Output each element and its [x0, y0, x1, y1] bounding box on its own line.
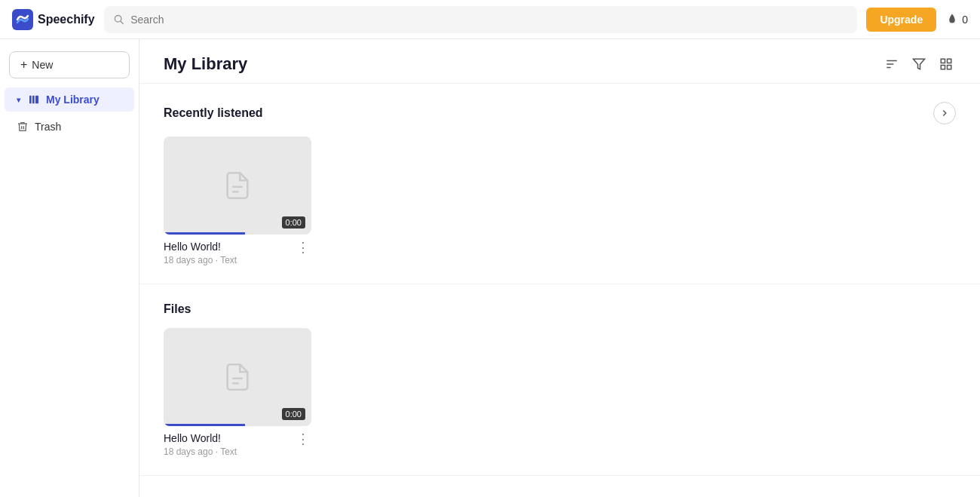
search-icon	[113, 14, 125, 26]
credits-count: 0	[962, 14, 968, 26]
sort-button[interactable]	[882, 54, 902, 74]
svg-rect-2	[29, 96, 32, 104]
section-header-recently-listened: Recently listened	[164, 102, 956, 124]
svg-rect-4	[35, 96, 38, 104]
card-text: Hello World! 18 days ago · Text	[164, 432, 237, 457]
card-text: Hello World! 18 days ago · Text	[164, 241, 237, 265]
sort-icon	[885, 57, 899, 71]
logo-icon	[12, 9, 33, 30]
content-area: My Library	[139, 39, 980, 497]
credits-badge: 0	[945, 13, 968, 26]
main-layout: + New ▾ My Library Trash My Librar	[0, 39, 980, 497]
sidebar-item-my-library[interactable]: ▾ My Library	[5, 87, 134, 112]
content-header: My Library	[139, 39, 980, 84]
section-title-files: Files	[164, 302, 191, 316]
card-meta-time: 18 days ago	[164, 446, 213, 457]
recently-listened-next-button[interactable]	[933, 102, 956, 124]
section-header-files: Files	[164, 302, 956, 316]
card-item[interactable]: 0:00 Hello World! 18 days ago · Text ⋮	[164, 137, 311, 265]
card-more-button[interactable]: ⋮	[295, 432, 311, 446]
sidebar-item-label: Trash	[35, 121, 61, 133]
sidebar: + New ▾ My Library Trash	[0, 39, 139, 497]
sidebar-item-trash[interactable]: Trash	[5, 115, 134, 139]
card-duration: 0:00	[282, 408, 305, 420]
files-section: Files 0:00 Hello Wo	[139, 284, 980, 476]
topbar: Speechify Upgrade 0	[0, 0, 980, 39]
recently-listened-cards: 0:00 Hello World! 18 days ago · Text ⋮	[164, 137, 956, 265]
new-button-label: New	[32, 59, 53, 71]
app-name: Speechify	[38, 13, 95, 26]
plus-icon: +	[20, 58, 27, 72]
search-bar[interactable]	[104, 6, 858, 33]
grid-view-button[interactable]	[936, 54, 956, 74]
files-cards: 0:00 Hello World! 18 days ago · Text ⋮	[164, 328, 956, 457]
sidebar-item-label: My Library	[46, 94, 100, 106]
card-more-button[interactable]: ⋮	[295, 241, 311, 254]
svg-rect-9	[941, 59, 945, 63]
header-actions	[882, 54, 956, 74]
card-info: Hello World! 18 days ago · Text ⋮	[164, 432, 311, 457]
logo[interactable]: Speechify	[12, 9, 95, 30]
flame-icon	[945, 13, 959, 26]
svg-rect-11	[941, 66, 945, 69]
card-duration: 0:00	[282, 216, 305, 229]
svg-marker-8	[914, 59, 925, 69]
card-title: Hello World!	[164, 432, 237, 444]
library-icon	[28, 94, 40, 106]
upgrade-button[interactable]: Upgrade	[866, 8, 936, 32]
card-meta-type: Text	[220, 446, 237, 457]
card-meta: 18 days ago · Text	[164, 255, 237, 265]
card-meta-type: Text	[220, 255, 237, 265]
card-item[interactable]: 0:00 Hello World! 18 days ago · Text ⋮	[164, 328, 311, 457]
card-thumbnail: 0:00	[164, 328, 311, 426]
topbar-right: Upgrade 0	[866, 8, 968, 32]
document-icon	[222, 362, 253, 392]
chevron-down-icon: ▾	[17, 96, 20, 104]
card-meta-time: 18 days ago	[164, 255, 213, 265]
svg-rect-10	[948, 59, 951, 63]
recently-listened-section: Recently listened	[139, 84, 980, 284]
card-title: Hello World!	[164, 241, 237, 253]
svg-point-1	[115, 15, 121, 22]
chevron-right-icon	[939, 108, 950, 118]
document-icon	[222, 170, 253, 201]
section-title-recently-listened: Recently listened	[164, 106, 263, 120]
svg-rect-12	[948, 66, 951, 69]
card-meta: 18 days ago · Text	[164, 446, 237, 457]
card-info: Hello World! 18 days ago · Text ⋮	[164, 241, 311, 265]
new-button[interactable]: + New	[9, 51, 130, 78]
grid-icon	[939, 57, 953, 71]
search-input[interactable]	[130, 14, 848, 26]
filter-icon	[912, 57, 926, 71]
svg-rect-3	[32, 96, 35, 104]
trash-icon	[17, 121, 29, 133]
filter-button[interactable]	[909, 54, 929, 74]
page-title: My Library	[164, 54, 247, 74]
card-thumbnail: 0:00	[164, 137, 311, 235]
